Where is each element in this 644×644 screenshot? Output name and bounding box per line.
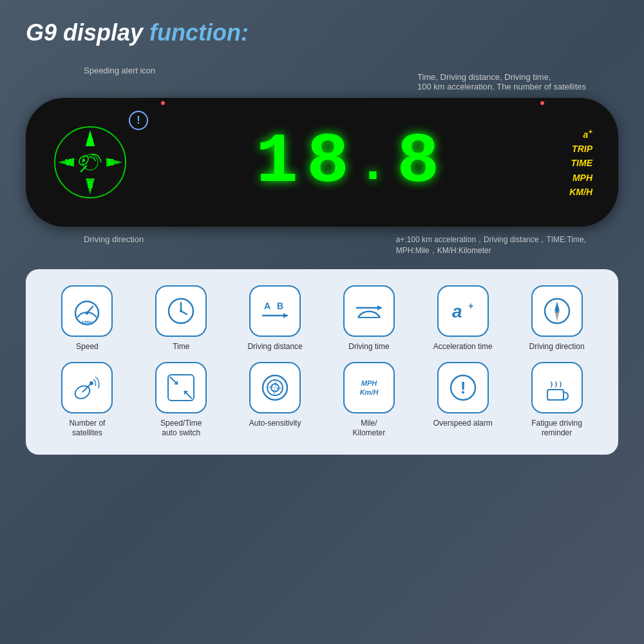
svg-text:Km/H: Km/H	[360, 388, 379, 396]
digit-3: 8	[397, 127, 442, 198]
fatigue-driving-label: Fatigue driving reminder	[531, 419, 582, 439]
svg-text:S: S	[87, 180, 93, 190]
feature-speed-time-switch: Speed/Time auto switch	[139, 362, 223, 439]
feature-grid-container: KM/H Speed Time	[26, 269, 618, 455]
svg-text:E: E	[108, 157, 113, 167]
svg-rect-49	[547, 390, 564, 400]
mile-kilometer-icon-box: MPH Km/H	[343, 362, 395, 413]
mode-labels: a+ TRIP TIME MPH KM/H	[569, 126, 592, 200]
driving-time-icon-box	[343, 285, 395, 337]
mode-a-plus: a+	[583, 126, 592, 142]
svg-text:A: A	[264, 301, 270, 311]
feature-mile-kilometer: MPH Km/H Mile/ Kilometer	[327, 362, 411, 439]
svg-text:!: !	[460, 378, 466, 397]
feature-driving-direction: Driving direction	[515, 285, 599, 352]
digit-1: 1	[256, 127, 301, 198]
time-label: Time	[173, 342, 189, 352]
alert-icon: !	[129, 111, 148, 130]
display-section: Speeding alert icon Time, Driving distan…	[26, 66, 618, 256]
svg-text:MPH: MPH	[361, 379, 378, 387]
speed-time-switch-icon-box	[155, 362, 207, 413]
acceleration-time-icon-box: a +	[437, 285, 489, 337]
speed-time-switch-label: Speed/Time auto switch	[160, 419, 202, 439]
speed-icon-box: KM/H	[61, 285, 113, 337]
annotation-features-top: Time, Driving distance, Driving time, 10…	[417, 72, 586, 91]
speed-display: 1 8 . 8	[142, 127, 556, 198]
digit-dot: .	[357, 140, 392, 191]
feature-driving-time: Driving time	[327, 285, 411, 352]
feature-driving-distance: A B Driving distance	[233, 285, 317, 352]
hud-display: N S W E	[26, 98, 618, 227]
driving-distance-label: Driving distance	[247, 342, 302, 352]
feature-overspeed-alarm: ! Overspeed alarm	[421, 362, 505, 439]
page-title: G9 display function:	[26, 19, 618, 46]
feature-time: Time	[139, 285, 223, 352]
annotation-modes-description: a+:100 km acceleration，Driving distance，…	[396, 234, 586, 256]
feature-speed: KM/H Speed	[45, 285, 129, 352]
svg-point-15	[86, 312, 89, 315]
satellites-label: Number of satellites	[69, 419, 105, 439]
satellites-icon-box	[61, 362, 113, 413]
driving-direction-icon-box	[531, 285, 583, 337]
driving-distance-icon-box: A B	[249, 285, 301, 337]
annotation-top: Speeding alert icon Time, Driving distan…	[26, 66, 618, 91]
auto-sensitivity-label: Auto-sensitivity	[249, 419, 301, 429]
compass-display: N S W E	[52, 124, 129, 201]
main-container: G9 display function: Speeding alert icon…	[0, 0, 644, 644]
mode-time: TIME	[571, 156, 592, 170]
feature-fatigue-driving: Fatigue driving reminder	[515, 362, 599, 439]
auto-sensitivity-icon-box	[249, 362, 301, 413]
time-icon-box	[155, 285, 207, 337]
svg-text:KM/H: KM/H	[82, 320, 92, 324]
feature-acceleration-time: a + Acceleration time	[421, 285, 505, 352]
svg-point-33	[555, 310, 558, 313]
mode-trip: TRIP	[572, 142, 592, 156]
svg-marker-24	[283, 313, 288, 318]
overspeed-alarm-icon-box: !	[437, 362, 489, 413]
svg-point-36	[90, 381, 93, 385]
feature-grid: KM/H Speed Time	[45, 285, 599, 439]
driving-time-label: Driving time	[348, 342, 389, 352]
svg-text:N: N	[87, 136, 93, 146]
svg-text:+: +	[468, 301, 473, 311]
feature-auto-sensitivity: Auto-sensitivity	[233, 362, 317, 439]
digit-2: 8	[307, 127, 352, 198]
annotation-driving-direction: Driving direction	[84, 234, 144, 256]
acceleration-time-label: Acceleration time	[433, 342, 493, 352]
fatigue-driving-icon-box	[531, 362, 583, 413]
svg-text:B: B	[277, 301, 283, 311]
mode-mph: MPH	[573, 171, 592, 185]
feature-satellites: Number of satellites	[45, 362, 129, 439]
mode-kmh: KM/H	[569, 185, 592, 199]
svg-marker-27	[377, 305, 382, 310]
speed-label: Speed	[76, 342, 99, 352]
annotation-speeding-alert: Speeding alert icon	[84, 66, 155, 91]
annotation-bottom: Driving direction a+:100 km acceleration…	[26, 234, 618, 256]
mile-kilometer-label: Mile/ Kilometer	[353, 419, 386, 439]
svg-text:a: a	[452, 301, 462, 321]
svg-point-20	[180, 310, 182, 312]
overspeed-alarm-label: Overspeed alarm	[433, 419, 493, 429]
svg-text:W: W	[65, 157, 74, 167]
digit-segments: 1 8 . 8	[256, 127, 442, 198]
driving-direction-label: Driving direction	[529, 342, 585, 352]
